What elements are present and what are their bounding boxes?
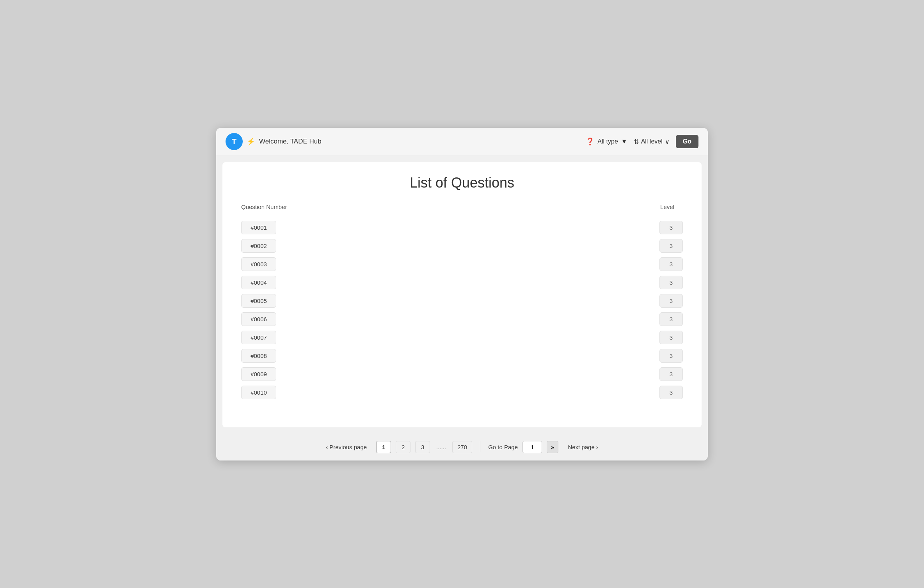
question-number-button[interactable]: #0003 [241,257,276,271]
table-row: #00023 [238,237,686,255]
level-select[interactable]: ⇅ All level ∨ [634,138,670,145]
table-row: #00093 [238,365,686,383]
question-number-button[interactable]: #0009 [241,367,276,381]
go-button[interactable]: Go [676,135,698,148]
next-label: Next page [568,444,594,450]
table-row: #00063 [238,310,686,328]
level-badge: 3 [659,386,683,399]
chevron-left-icon: ‹ [326,444,328,450]
table-row: #00083 [238,347,686,365]
level-badge: 3 [659,221,683,234]
question-number-button[interactable]: #0001 [241,221,276,234]
table-row: #00053 [238,292,686,310]
footer: ‹ Previous page 1 2 3 ...... 270 Go to P… [216,434,708,460]
level-badge: 3 [659,276,683,289]
app-window: T ⚡ Welcome, TADE Hub ❓ All type ▼ ⇅ All… [216,128,708,460]
table-header: Question Number Level [238,204,686,215]
type-select[interactable]: ❓ All type ▼ [586,137,627,146]
header-left: T ⚡ Welcome, TADE Hub [226,133,322,150]
question-number-button[interactable]: #0006 [241,312,276,326]
goto-input[interactable] [522,441,542,453]
chevron-down-icon-level: ∨ [665,138,670,145]
page-title: List of Questions [238,175,686,191]
question-number-button[interactable]: #0007 [241,331,276,344]
level-badge: 3 [659,349,683,363]
level-label: All level [641,138,663,145]
level-badge: 3 [659,257,683,271]
prev-page-button[interactable]: ‹ Previous page [321,441,371,453]
question-number-button[interactable]: #0002 [241,239,276,253]
table-row: #00033 [238,255,686,273]
level-badge: 3 [659,294,683,308]
ellipsis: ...... [435,444,448,450]
question-icon: ❓ [586,137,594,146]
table-row: #00043 [238,273,686,292]
lightning-icon: ⚡ [247,137,255,146]
goto-label: Go to Page [488,444,518,450]
level-badge: 3 [659,239,683,253]
sort-icon: ⇅ [634,138,639,145]
next-page-button[interactable]: Next page › [563,441,602,453]
col-level-header: Level [652,204,683,210]
page-1-button[interactable]: 1 [376,441,391,453]
avatar: T [226,133,243,150]
question-number-button[interactable]: #0010 [241,386,276,399]
table-row: #00103 [238,383,686,402]
main-content: List of Questions Question Number Level … [222,162,702,427]
header-right: ❓ All type ▼ ⇅ All level ∨ Go [586,135,698,148]
chevron-down-icon: ▼ [621,138,627,145]
table-row: #00073 [238,328,686,347]
page-3-button[interactable]: 3 [415,441,430,453]
chevron-right-icon: › [596,444,598,450]
double-chevron-right-icon: » [551,444,554,450]
level-badge: 3 [659,367,683,381]
col-question-header: Question Number [241,204,287,210]
goto-button[interactable]: » [547,441,558,453]
question-number-button[interactable]: #0004 [241,276,276,289]
welcome-text: Welcome, TADE Hub [259,138,322,145]
prev-label: Previous page [329,444,367,450]
level-badge: 3 [659,312,683,326]
page-2-button[interactable]: 2 [396,441,410,453]
questions-list: #00013#00023#00033#00043#00053#00063#000… [238,218,686,402]
question-number-button[interactable]: #0008 [241,349,276,363]
divider [480,441,480,452]
type-label: All type [597,138,618,145]
question-number-button[interactable]: #0005 [241,294,276,308]
page-last-button[interactable]: 270 [452,441,472,453]
table-row: #00013 [238,218,686,237]
level-badge: 3 [659,331,683,344]
header: T ⚡ Welcome, TADE Hub ❓ All type ▼ ⇅ All… [216,128,708,156]
